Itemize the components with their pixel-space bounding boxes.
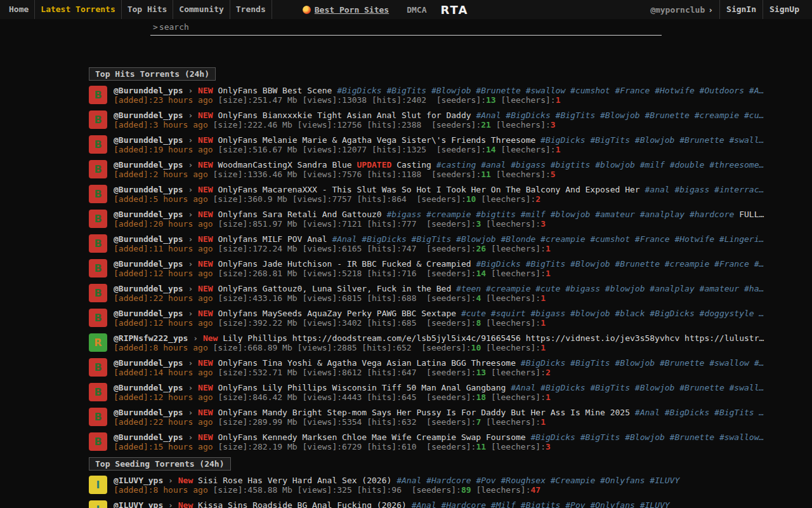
torrent-new-badge[interactable]: NEW	[198, 383, 213, 392]
torrent-tags[interactable]: #casting #anal #bigass #bigtits #blowjob…	[436, 160, 764, 170]
uploader-name[interactable]: @Burunddel_yps	[114, 383, 183, 392]
torrent-tags[interactable]: #Anal #BigDicks #BigTits …	[635, 408, 764, 417]
uploader-avatar[interactable]: B	[89, 358, 107, 377]
search-input[interactable]	[158, 22, 660, 32]
torrent-title-text[interactable]: OnlyFans Bianxxxkie Tight Asian Anal Slu…	[218, 110, 471, 120]
torrent-title-line[interactable]: @Burunddel_yps › NEW OnlyFans BBW Best S…	[114, 86, 812, 95]
torrent-tags[interactable]: #BigDicks #BigTits #Blowjob #Brunette #s…	[540, 135, 764, 145]
torrent-title-line[interactable]: @Burunddel_yps › NEW Onlyfans Sara Retal…	[114, 210, 812, 219]
uploader-name[interactable]: @ILUVY_yps	[114, 476, 163, 485]
uploader-name[interactable]: @Burunddel_yps	[114, 110, 183, 120]
torrent-title-line[interactable]: @Burunddel_yps › NEW OnlyFans Jade Hutch…	[114, 259, 812, 269]
nav-community[interactable]: Community	[173, 0, 230, 19]
torrent-tags[interactable]: #BigDicks #BigTits #Blowjob #Brunette #c…	[476, 259, 764, 269]
torrent-tags[interactable]: #Anal #Hardcore #Pov #Roughsex #Creampie…	[396, 476, 679, 485]
torrent-title-text[interactable]: Sisi Rose Has Very Hard Anal Sex (2026)	[198, 476, 391, 485]
torrent-title-line[interactable]: @RIPNsfw222_yps › New Lily Phillips http…	[114, 333, 812, 343]
torrent-title-text[interactable]: OnlyFans BBW Best Scene	[218, 86, 332, 95]
torrent-tags[interactable]: #Anal #BigDicks #BigTits #Blowjob #Blond…	[332, 234, 764, 244]
torrent-title-text[interactable]: Kissa Sins Roadside BG Anal Fucking (202…	[198, 500, 407, 508]
uploader-name[interactable]: @Burunddel_yps	[114, 210, 183, 219]
uploader-avatar[interactable]: B	[89, 259, 107, 277]
torrent-tags[interactable]: #teen #creampie #cute #bigass #blowjob #…	[456, 284, 764, 293]
torrent-title-line[interactable]: @Burunddel_yps › NEW OnlyFans Melanie Ma…	[114, 135, 812, 145]
torrent-title-text[interactable]: OnlyFans Gattouz0, Luna Silver, Fuck in …	[218, 284, 451, 293]
uploader-avatar[interactable]: R	[89, 333, 107, 352]
torrent-tags[interactable]: #bigass #creampie #bigtits #milf #blowjo…	[386, 210, 734, 219]
torrent-new-badge[interactable]: NEW	[198, 358, 213, 368]
torrent-tags[interactable]: #Anal #BigDicks #BigTits #Blowjob #Brune…	[476, 110, 764, 120]
torrent-tags[interactable]: #anal #bigass #interrac…	[645, 185, 764, 194]
torrent-tags[interactable]: #Anal #Hardcore #Milf #Bigtits #Pov #Onl…	[412, 500, 670, 508]
torrent-new-badge[interactable]: NEW	[198, 309, 213, 318]
torrent-title-text[interactable]: WoodmanCastingX Sandra Blue	[218, 160, 351, 170]
torrent-title-text[interactable]: OnlyFans Tina Yoshi & Agatha Vega Asian …	[218, 358, 516, 368]
uploader-name[interactable]: @ILUVY_yps	[114, 500, 163, 508]
torrent-new-badge[interactable]: NEW	[198, 110, 213, 120]
torrent-new-badge[interactable]: NEW	[198, 210, 213, 219]
torrent-tags[interactable]: #BigDicks #BigTits #Blowjob #Brunette #s…	[530, 432, 764, 442]
uploader-avatar[interactable]: B	[89, 408, 107, 426]
torrent-new-badge[interactable]: UPDATED	[357, 160, 392, 170]
torrent-title-text[interactable]: Casting	[396, 160, 431, 170]
torrent-new-badge[interactable]: NEW	[198, 432, 213, 442]
uploader-name[interactable]: @Burunddel_yps	[114, 135, 183, 145]
uploader-avatar[interactable]: B	[89, 110, 107, 129]
torrent-new-badge[interactable]: NEW	[198, 86, 213, 95]
torrent-title-line[interactable]: @Burunddel_yps › NEW Onlyfans MaySeeds A…	[114, 309, 812, 318]
uploader-avatar[interactable]: B	[89, 86, 107, 104]
torrent-new-badge[interactable]: NEW	[198, 284, 213, 293]
torrent-title-line[interactable]: @ILUVY_yps › New Sisi Rose Has Very Hard…	[114, 476, 812, 485]
uploader-avatar[interactable]: I	[89, 476, 107, 494]
torrent-new-badge[interactable]: NEW	[198, 135, 213, 145]
uploader-name[interactable]: @Burunddel_yps	[114, 408, 183, 417]
torrent-title-text[interactable]: OnlyFans Kennedy Marksen Chloe Mae Wife …	[218, 432, 525, 442]
torrent-title-line[interactable]: @Burunddel_yps › NEW OnlyFans Gattouz0, …	[114, 284, 812, 293]
uploader-avatar[interactable]: B	[89, 210, 107, 228]
best-porn-sites-link[interactable]: Best Porn Sites	[303, 5, 389, 15]
torrent-title-text[interactable]: OnlyFans Lily Phillips Wisconsin Tiff 50…	[218, 383, 506, 392]
uploader-avatar[interactable]: B	[89, 234, 107, 253]
torrent-title-text[interactable]: Onlyfans MILF POV Anal	[218, 234, 327, 244]
uploader-avatar[interactable]: B	[89, 284, 107, 302]
torrent-title-line[interactable]: @Burunddel_yps › NEW OnlyFans Bianxxxkie…	[114, 110, 812, 120]
torrent-title-line[interactable]: @Burunddel_yps › NEW OnlyFans MacarenaXX…	[114, 185, 812, 194]
uploader-name[interactable]: @Burunddel_yps	[114, 86, 183, 95]
uploader-name[interactable]: @Burunddel_yps	[114, 358, 183, 368]
torrent-title-text[interactable]: OnlyFans Jade Hutchison - IR BBC Fucked …	[218, 259, 471, 269]
torrent-new-badge[interactable]: NEW	[198, 408, 213, 417]
torrent-tags[interactable]: #cute #squirt #bigass #blowjob #black #B…	[461, 309, 764, 318]
torrent-new-badge[interactable]: NEW	[198, 160, 213, 170]
signin-link[interactable]: SignIn	[719, 0, 763, 19]
torrent-title-line[interactable]: @Burunddel_yps › NEW Onlyfans MILF POV A…	[114, 234, 812, 244]
uploader-name[interactable]: @Burunddel_yps	[114, 185, 183, 194]
uploader-name[interactable]: @Burunddel_yps	[114, 259, 183, 269]
torrent-tags[interactable]: #BigDicks #BigTits #Blowjob #Brunette #s…	[521, 358, 764, 368]
uploader-avatar[interactable]: B	[89, 135, 107, 154]
torrent-title-line[interactable]: @Burunddel_yps › NEW OnlyFans Kennedy Ma…	[114, 432, 812, 442]
nav-home[interactable]: Home	[6, 0, 35, 19]
torrent-title-line[interactable]: @Burunddel_yps › NEW OnlyFans Mandy Brig…	[114, 408, 812, 417]
torrent-title-line[interactable]: @Burunddel_yps › NEW WoodmanCastingX San…	[114, 160, 812, 170]
torrent-tags[interactable]: #BigDicks #BigTits #Blowjob #Brunette #s…	[337, 86, 764, 95]
uploader-name[interactable]: @Burunddel_yps	[114, 284, 183, 293]
uploader-name[interactable]: @Burunddel_yps	[114, 234, 183, 244]
torrent-new-badge[interactable]: New	[178, 476, 193, 485]
uploader-avatar[interactable]: B	[89, 432, 107, 451]
uploader-avatar[interactable]: I	[89, 500, 107, 508]
uploader-avatar[interactable]: B	[89, 160, 107, 178]
uploader-avatar[interactable]: B	[89, 383, 107, 401]
nav-top-hits[interactable]: Top Hits	[122, 0, 174, 19]
torrent-title-text[interactable]: Onlyfans MaySeeds AquaZay Perky PAWG BBC…	[218, 309, 456, 318]
torrent-title-text[interactable]: OnlyFans Mandy Bright Step-mom Says Her …	[218, 408, 630, 417]
torrent-title-text[interactable]: Lily Phillips https://doodstream.com/e/l…	[223, 333, 764, 343]
torrent-new-badge[interactable]: NEW	[198, 234, 213, 244]
torrent-tags[interactable]: #Anal #BigDicks #BigTits #Blowjob #Brune…	[511, 383, 764, 392]
torrent-title-text[interactable]: OnlyFans MacarenaXXX - This Slut Was So …	[218, 185, 639, 194]
nav-latest-torrents[interactable]: Latest Torrents	[35, 0, 121, 19]
account-link[interactable]: @mypornclub ›	[650, 5, 719, 15]
uploader-name[interactable]: @RIPNsfw222_yps	[114, 333, 188, 343]
torrent-new-badge[interactable]: New	[178, 500, 193, 508]
signup-link[interactable]: SignUp	[763, 0, 806, 19]
torrent-new-badge[interactable]: New	[203, 333, 218, 343]
